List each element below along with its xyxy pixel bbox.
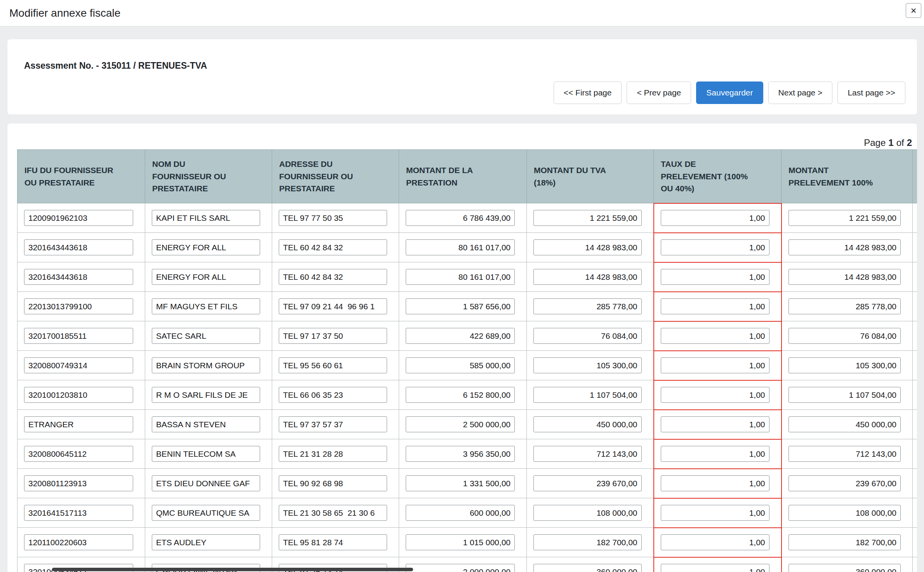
adresse-input[interactable] — [279, 357, 387, 373]
adresse-input[interactable] — [279, 534, 387, 550]
adresse-input[interactable] — [279, 328, 387, 344]
cell-partial — [913, 262, 917, 292]
montant-prelevement-input[interactable] — [789, 416, 901, 432]
montant-prelevement-input[interactable] — [789, 505, 901, 521]
prev-page-button[interactable]: < Prev page — [627, 81, 691, 104]
cell-taux-prelevement — [654, 557, 782, 572]
taux-prelevement-input[interactable] — [661, 357, 769, 373]
montant-tva-input[interactable] — [533, 446, 642, 462]
montant-prestation-input[interactable] — [406, 357, 515, 373]
ifu-input[interactable] — [24, 357, 133, 373]
nom-input[interactable] — [152, 269, 260, 285]
save-button[interactable]: Sauvegarder — [696, 81, 763, 104]
montant-prelevement-input[interactable] — [789, 446, 901, 462]
montant-tva-input[interactable] — [533, 328, 642, 344]
taux-prelevement-input[interactable] — [661, 210, 769, 226]
horizontal-scrollbar-thumb[interactable] — [52, 568, 413, 571]
montant-prestation-input[interactable] — [406, 387, 515, 403]
ifu-input[interactable] — [24, 328, 133, 344]
montant-tva-input[interactable] — [533, 387, 642, 403]
montant-tva-input[interactable] — [533, 534, 642, 550]
montant-prestation-input[interactable] — [406, 564, 515, 572]
taux-prelevement-input[interactable] — [661, 446, 769, 462]
ifu-input[interactable] — [24, 416, 133, 432]
montant-prestation-input[interactable] — [406, 269, 515, 285]
montant-prestation-input[interactable] — [406, 505, 515, 521]
ifu-input[interactable] — [24, 475, 133, 491]
adresse-input[interactable] — [279, 239, 387, 255]
nom-input[interactable] — [152, 298, 260, 314]
montant-prestation-input[interactable] — [406, 298, 515, 314]
taux-prelevement-input[interactable] — [661, 564, 769, 572]
montant-tva-input[interactable] — [533, 357, 642, 373]
adresse-input[interactable] — [279, 210, 387, 226]
montant-prelevement-input[interactable] — [789, 357, 901, 373]
nom-input[interactable] — [152, 357, 260, 373]
next-page-button[interactable]: Next page > — [768, 81, 833, 104]
adresse-input[interactable] — [279, 269, 387, 285]
taux-prelevement-input[interactable] — [661, 387, 769, 403]
nom-input[interactable] — [152, 328, 260, 344]
nom-input[interactable] — [152, 534, 260, 550]
adresse-input[interactable] — [279, 298, 387, 314]
nom-input[interactable] — [152, 505, 260, 521]
montant-prestation-input[interactable] — [406, 446, 515, 462]
nom-input[interactable] — [152, 387, 260, 403]
montant-prestation-input[interactable] — [406, 210, 515, 226]
nom-input[interactable] — [152, 446, 260, 462]
montant-prelevement-input[interactable] — [789, 534, 901, 550]
ifu-input[interactable] — [24, 446, 133, 462]
montant-prelevement-input[interactable] — [789, 269, 901, 285]
montant-prelevement-input[interactable] — [789, 328, 901, 344]
ifu-input[interactable] — [24, 505, 133, 521]
montant-prelevement-input[interactable] — [789, 564, 901, 572]
first-page-button[interactable]: << First page — [554, 81, 622, 104]
ifu-input[interactable] — [24, 269, 133, 285]
taux-prelevement-input[interactable] — [661, 416, 769, 432]
nom-input[interactable] — [152, 416, 260, 432]
montant-tva-input[interactable] — [533, 298, 642, 314]
adresse-input[interactable] — [279, 446, 387, 462]
ifu-input[interactable] — [24, 239, 133, 255]
montant-prestation-input[interactable] — [406, 534, 515, 550]
nom-input[interactable] — [152, 239, 260, 255]
montant-tva-input[interactable] — [533, 564, 642, 572]
montant-prelevement-input[interactable] — [789, 239, 901, 255]
montant-prestation-input[interactable] — [406, 475, 515, 491]
taux-prelevement-input[interactable] — [661, 534, 769, 550]
montant-tva-input[interactable] — [533, 239, 642, 255]
montant-tva-input[interactable] — [533, 505, 642, 521]
nom-input[interactable] — [152, 475, 260, 491]
adresse-input[interactable] — [279, 505, 387, 521]
taux-prelevement-input[interactable] — [661, 505, 769, 521]
montant-tva-input[interactable] — [533, 475, 642, 491]
ifu-input[interactable] — [24, 534, 133, 550]
taux-prelevement-input[interactable] — [661, 239, 769, 255]
ifu-input[interactable] — [24, 298, 133, 314]
taux-prelevement-input[interactable] — [661, 328, 769, 344]
taux-prelevement-input[interactable] — [661, 298, 769, 314]
cell-adresse — [272, 321, 399, 351]
montant-prelevement-input[interactable] — [789, 210, 901, 226]
montant-prestation-input[interactable] — [406, 328, 515, 344]
ifu-input[interactable] — [24, 387, 133, 403]
adresse-input[interactable] — [279, 475, 387, 491]
montant-tva-input[interactable] — [533, 416, 642, 432]
montant-prestation-input[interactable] — [406, 239, 515, 255]
table-row — [17, 233, 917, 262]
montant-prestation-input[interactable] — [406, 416, 515, 432]
close-button[interactable]: × — [906, 3, 921, 18]
table-scroll-area[interactable]: IFU DU FOURNISSEUR OU PRESTATAIRE NOM DU… — [17, 149, 917, 572]
last-page-button[interactable]: Last page >> — [837, 81, 905, 104]
montant-prelevement-input[interactable] — [789, 387, 901, 403]
adresse-input[interactable] — [279, 416, 387, 432]
montant-prelevement-input[interactable] — [789, 298, 901, 314]
adresse-input[interactable] — [279, 387, 387, 403]
nom-input[interactable] — [152, 210, 260, 226]
taux-prelevement-input[interactable] — [661, 475, 769, 491]
montant-tva-input[interactable] — [533, 210, 642, 226]
taux-prelevement-input[interactable] — [661, 269, 769, 285]
montant-tva-input[interactable] — [533, 269, 642, 285]
ifu-input[interactable] — [24, 210, 133, 226]
montant-prelevement-input[interactable] — [789, 475, 901, 491]
